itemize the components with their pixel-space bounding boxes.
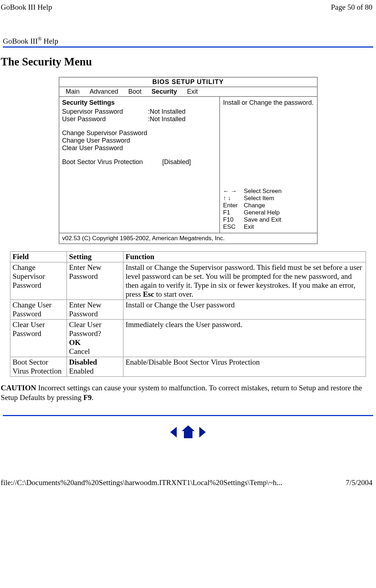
key-enter: Enter — [223, 202, 244, 209]
key-arrows-ud: ↑ ↓ — [223, 195, 244, 202]
key-arrows-lr: ← → — [223, 188, 244, 195]
cell-setting: Enter New Password — [67, 262, 123, 300]
svg-rect-2 — [184, 431, 192, 438]
svg-marker-1 — [182, 425, 195, 431]
bios-help-text: Install or Change the password. — [223, 99, 314, 107]
cell-function: Enable/Disable Boot Sector Virus Protect… — [123, 357, 366, 377]
key-select-item: Select Item — [244, 195, 274, 202]
header-left: GoBook III Help — [1, 3, 52, 12]
bios-tab-main: Main — [61, 88, 85, 95]
divider — [3, 415, 373, 416]
cell-field: Change User Password — [10, 300, 67, 320]
th-function: Function — [123, 252, 366, 262]
cell-function: Install or Change the Supervisor passwor… — [123, 262, 366, 300]
cell-field: Clear User Password — [10, 320, 67, 357]
nav-prev-icon[interactable] — [168, 425, 178, 439]
bios-left-pane: Security Settings Supervisor Password :N… — [59, 97, 220, 233]
caution-label: CAUTION — [1, 384, 36, 392]
bios-setup-screenshot: BIOS SETUP UTILITY Main Advanced Boot Se… — [59, 77, 318, 244]
caution-text: CAUTION Incorrect settings can cause you… — [1, 383, 375, 403]
cell-field: Change Supervisor Password — [10, 262, 67, 300]
key-general-help: General Help — [244, 209, 279, 216]
nav-home-icon[interactable] — [180, 425, 196, 440]
table-header-row: Field Setting Function — [10, 252, 366, 262]
help-bar-suffix: Help — [42, 37, 58, 45]
bios-tab-exit: Exit — [182, 88, 203, 95]
help-bar-prefix: GoBook III — [3, 37, 38, 45]
table-row: Change User Password Enter New Password … — [10, 300, 366, 320]
th-setting: Setting — [67, 252, 123, 262]
bios-right-pane: Install or Change the password. ← →Selec… — [220, 97, 317, 233]
key-select-screen: Select Screen — [244, 188, 282, 195]
svg-marker-3 — [199, 427, 206, 438]
nav-icons — [0, 425, 376, 440]
footer-right: 7/5/2004 — [346, 478, 372, 487]
help-title-bar: GoBook III® Help — [3, 36, 373, 48]
key-exit: Exit — [244, 223, 254, 231]
bios-supervisor-value: :Not Installed — [148, 108, 186, 115]
svg-marker-0 — [170, 427, 177, 438]
bios-user-value: :Not Installed — [148, 115, 186, 123]
table-row: Boot Sector Virus Protection DisabledEna… — [10, 357, 366, 377]
bios-tab-security: Security — [147, 88, 182, 95]
bios-boot-sector-value: [Disabled] — [162, 158, 191, 166]
table-row: Change Supervisor Password Enter New Pas… — [10, 262, 366, 300]
key-f10: F10 — [223, 216, 244, 223]
key-f1: F1 — [223, 209, 244, 216]
cell-setting: Clear User Password?OKCancel — [67, 320, 123, 357]
bios-change-supervisor: Change Supervisor Password — [62, 129, 217, 137]
registered-mark: ® — [38, 36, 41, 42]
cell-function: Immediately clears the User password. — [123, 320, 366, 357]
th-field: Field — [10, 252, 67, 262]
bios-security-settings-heading: Security Settings — [62, 99, 217, 107]
key-esc: ESC — [223, 223, 244, 231]
bios-supervisor-label: Supervisor Password — [62, 108, 148, 115]
nav-next-icon[interactable] — [198, 425, 208, 439]
cell-setting: DisabledEnabled — [67, 357, 123, 377]
key-change: Change — [244, 202, 265, 209]
cell-function: Install or Change the User password — [123, 300, 366, 320]
bios-clear-user: Clear User Password — [62, 144, 217, 152]
bios-title: BIOS SETUP UTILITY — [59, 78, 317, 87]
bios-tab-advanced: Advanced — [85, 88, 123, 95]
bios-user-label: User Password — [62, 115, 148, 123]
table-row: Clear User Password Clear User Password?… — [10, 320, 366, 357]
cell-setting: Enter New Password — [67, 300, 123, 320]
bios-key-legend: ← →Select Screen ↑ ↓Select Item EnterCha… — [223, 188, 314, 231]
footer-left: file://C:\Documents%20and%20Settings\har… — [1, 478, 282, 487]
cell-field: Boot Sector Virus Protection — [10, 357, 67, 377]
header-right: Page 50 of 80 — [331, 3, 372, 12]
key-save-exit: Save and Exit — [244, 216, 281, 223]
bios-tabs: Main Advanced Boot Security Exit — [59, 87, 317, 97]
page-title: The Security Menu — [1, 55, 376, 68]
bios-tab-boot: Boot — [123, 88, 147, 95]
bios-footer: v02.53 (C) Copyright 1985-2002, American… — [59, 233, 317, 243]
bios-change-user: Change User Password — [62, 137, 217, 144]
settings-table: Field Setting Function Change Supervisor… — [10, 251, 366, 377]
bios-boot-sector-label: Boot Sector Virus Protection — [62, 158, 162, 166]
